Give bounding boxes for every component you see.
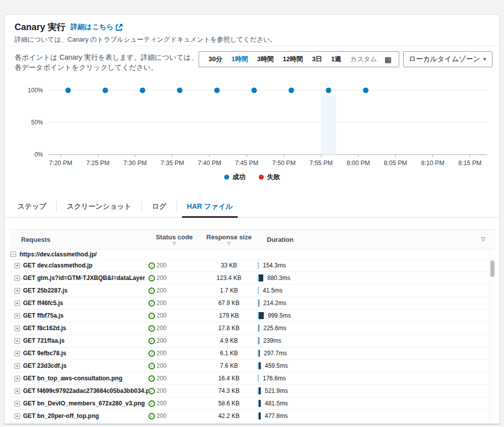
expand-icon[interactable]: + [15, 338, 20, 344]
table-row[interactable]: +GET f4699c97922adac273684c05ba3bb034.p✓… [10, 385, 495, 397]
expand-icon[interactable]: + [15, 413, 20, 419]
tab-bar: ステップ スクリーンショット ログ HAR ファイル [5, 196, 499, 218]
canary-run-data-point[interactable] [251, 88, 257, 93]
expand-icon[interactable]: + [15, 401, 20, 406]
canary-run-data-point[interactable] [363, 88, 369, 93]
success-check-icon: ✓ [148, 350, 155, 357]
duration-value: 999.5ms [268, 312, 291, 319]
status-code-value: 200 [156, 350, 166, 357]
duration-value: 880.3ms [267, 274, 290, 281]
duration-bar [258, 350, 260, 357]
range-button-3h[interactable]: 3時間 [252, 55, 278, 64]
response-size-value: 4.9 KB [200, 337, 258, 344]
expand-icon[interactable]: + [15, 313, 20, 319]
duration-value: 176.6ms [263, 375, 286, 382]
expand-icon[interactable]: + [15, 301, 20, 306]
expand-icon[interactable]: + [15, 376, 20, 381]
table-row[interactable]: +GET bn_20per-off_top.png✓20042.2 KB477.… [10, 410, 495, 422]
success-dot-icon [224, 175, 229, 180]
status-code-value: 200 [156, 362, 166, 369]
column-header-duration: Duration [258, 236, 495, 243]
canary-run-data-point[interactable] [288, 88, 294, 93]
duration-bar [258, 287, 259, 294]
table-row[interactable]: +GET f8c162d.js✓20017.8 KB225.6ms [10, 322, 495, 335]
har-table-body: +GET dev.classmethod.jp✓20033 KB154.3ms+… [10, 259, 495, 424]
table-row[interactable]: +GET 23d3cdf.js✓2007.6 KB459.5ms [10, 360, 495, 372]
expand-icon[interactable]: + [15, 351, 20, 356]
request-group-row[interactable]: − https://dev.classmethod.jp/ [10, 249, 495, 259]
canary-run-data-point[interactable] [214, 88, 220, 93]
range-button-1w[interactable]: 1週 [326, 55, 346, 64]
x-axis-tick-label: 7:45 PM [235, 160, 259, 167]
table-row[interactable]: +GET gtm.js?id=GTM-TJXBQB&l=dataLayer✓20… [10, 272, 495, 284]
tab-logs[interactable]: ログ [142, 196, 177, 217]
chevron-down-icon: ▼ [482, 57, 487, 62]
x-axis-tick-label: 8:00 PM [347, 160, 370, 167]
tab-screenshots[interactable]: スクリーンショット [57, 196, 141, 217]
legend-item-failure[interactable]: 失敗 [259, 173, 280, 182]
expand-icon[interactable]: + [15, 275, 20, 281]
calendar-icon[interactable]: ▦ [382, 56, 394, 63]
range-button-3d[interactable]: 3日 [307, 55, 326, 64]
status-code-value: 200 [156, 337, 166, 344]
expand-icon[interactable]: + [15, 263, 20, 268]
group-url: https://dev.classmethod.jp/ [20, 251, 97, 258]
response-size-value: 67.9 KB [200, 300, 258, 307]
canary-run-data-point[interactable] [103, 88, 108, 93]
table-scrollbar-track[interactable] [489, 249, 495, 424]
details-link[interactable]: 詳細はこちら [71, 23, 123, 32]
table-row[interactable]: +GET ffbf75a.js✓200179 KB999.5ms [10, 310, 495, 322]
collapse-icon[interactable]: − [11, 251, 16, 257]
duration-bar [258, 312, 264, 319]
table-row[interactable]: +GET 25b2287.js✓2001.7 KB41.5ms [10, 284, 495, 297]
response-size-value: 74.3 KB [200, 387, 258, 394]
table-row[interactable]: +GET 721ffaa.js✓2004.9 KB239ms [10, 335, 495, 347]
range-button-custom[interactable]: カスタム [346, 55, 382, 64]
range-button-30m[interactable]: 30分 [204, 55, 227, 64]
table-row[interactable]: +GET 0a-0004955b-42d4-734b-85f0-243b0a9e… [10, 422, 495, 424]
column-header-requests: Requests [10, 236, 148, 243]
range-button-12h[interactable]: 12時間 [278, 55, 307, 64]
expand-icon[interactable]: + [15, 326, 20, 331]
canary-run-data-point[interactable] [177, 88, 183, 93]
canary-run-data-point[interactable] [326, 88, 331, 93]
canary-run-data-point[interactable] [140, 88, 145, 93]
status-code-value: 200 [156, 400, 166, 407]
column-header-status-code[interactable]: Status code ▽ [148, 233, 200, 246]
page-description: 詳細については、Canary のトラブルシューティングドキュメントを参照してくだ… [15, 35, 489, 44]
tab-har-file[interactable]: HAR ファイル [177, 196, 243, 217]
expand-icon[interactable]: + [15, 363, 20, 369]
tab-steps[interactable]: ステップ [8, 196, 56, 217]
x-axis-tick-label: 7:30 PM [123, 160, 147, 167]
expand-icon[interactable]: + [15, 388, 20, 394]
duration-value: 459.5ms [265, 362, 288, 369]
legend-item-success[interactable]: 成功 [224, 173, 246, 182]
x-axis-tick-label: 7:35 PM [160, 160, 184, 167]
timezone-select-value: ローカルタイムゾーン [409, 55, 480, 64]
x-axis-tick-label: 8:10 PM [421, 160, 445, 167]
table-row[interactable]: +GET bn_DevIO_members_672x280_v3.png✓200… [10, 397, 495, 410]
request-label: GET 23d3cdf.js [23, 362, 67, 369]
success-check-icon: ✓ [148, 338, 155, 344]
duration-value: 477.8ms [265, 412, 288, 419]
y-axis-tick-label: 0% [35, 151, 44, 158]
success-check-icon: ✓ [148, 300, 155, 307]
canary-run-card: Canary 実行 詳細はこちら 詳細については、Canary のトラブルシュー… [4, 14, 500, 424]
status-code-value: 200 [156, 300, 166, 307]
expand-icon[interactable]: + [15, 288, 20, 294]
table-row[interactable]: +GET bn_top_aws-consultation.png✓20016.4… [10, 372, 495, 385]
column-header-response-size[interactable]: Response size ▽ [200, 233, 258, 246]
range-button-1h[interactable]: 1時間 [227, 55, 252, 64]
duration-bar [258, 325, 259, 332]
x-axis-tick-label: 8:15 PM [458, 160, 482, 167]
table-row[interactable]: +GET ff46fc5.js✓20067.9 KB214.2ms [10, 297, 495, 310]
canary-run-data-point[interactable] [65, 88, 71, 93]
x-axis-tick-label: 7:20 PM [49, 160, 73, 167]
filter-icon[interactable]: ▽ [481, 236, 485, 242]
table-row[interactable]: +GET 9efbc78.js✓2006.1 KB297.7ms [10, 347, 495, 360]
table-row[interactable]: +GET dev.classmethod.jp✓20033 KB154.3ms [10, 259, 495, 272]
timezone-select[interactable]: ローカルタイムゾーン ▼ [403, 51, 492, 67]
success-check-icon: ✓ [148, 400, 155, 407]
success-check-icon: ✓ [148, 262, 155, 269]
table-scrollbar-thumb[interactable] [490, 260, 494, 277]
